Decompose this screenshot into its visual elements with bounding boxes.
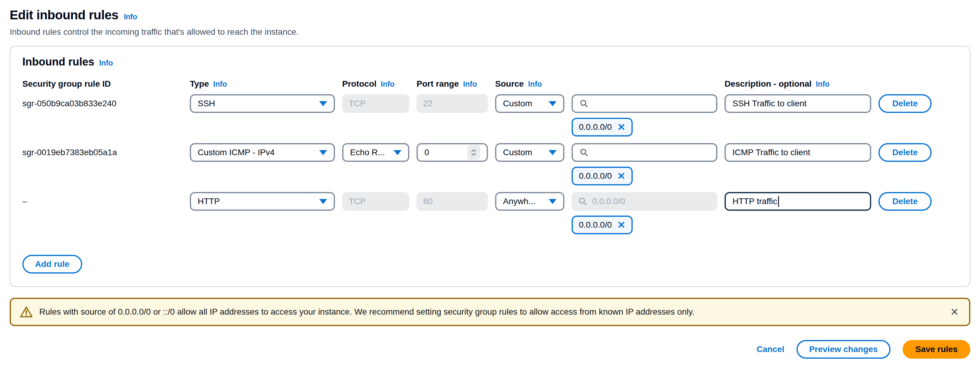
description-input[interactable] bbox=[725, 94, 871, 113]
panel-heading-info-link[interactable]: Info bbox=[99, 59, 113, 67]
chevron-down-icon bbox=[319, 101, 327, 106]
source-search-box[interactable] bbox=[572, 94, 718, 113]
warning-banner: Rules with source of 0.0.0.0/0 or ::/0 a… bbox=[10, 298, 970, 326]
col-header-description: Description - optional Info bbox=[725, 79, 871, 89]
chevron-down-icon bbox=[394, 150, 401, 155]
source-search-input[interactable] bbox=[593, 99, 710, 108]
number-stepper-control[interactable] bbox=[467, 145, 480, 160]
page-title: Edit inbound rules Info bbox=[10, 8, 970, 22]
page-title-info-link[interactable]: Info bbox=[124, 13, 137, 21]
delete-button[interactable]: Delete bbox=[878, 94, 932, 113]
port-range-stepper[interactable]: 0 bbox=[417, 143, 488, 162]
search-icon bbox=[579, 148, 589, 157]
protocol-field: TCP bbox=[342, 192, 409, 211]
port-range-field: 80 bbox=[417, 192, 488, 211]
rule-row-ssh: sgr-050b9ca03b833e240 SSH TCP 22 Custom bbox=[22, 94, 958, 136]
source-mode-select[interactable]: Anywh... bbox=[495, 192, 564, 211]
col-header-source: Source Info bbox=[495, 79, 564, 89]
chevron-down-icon bbox=[319, 199, 327, 204]
type-select[interactable]: SSH bbox=[190, 94, 335, 113]
close-icon[interactable]: ✕ bbox=[949, 305, 960, 318]
description-info-link[interactable]: Info bbox=[816, 80, 830, 89]
type-select[interactable]: Custom ICMP - IPv4 bbox=[190, 143, 335, 162]
remove-chip-icon[interactable]: ✕ bbox=[617, 171, 625, 181]
rule-id: – bbox=[22, 196, 183, 206]
delete-button[interactable]: Delete bbox=[878, 192, 932, 211]
panel-heading: Inbound rules Info bbox=[22, 55, 958, 68]
source-info-link[interactable]: Info bbox=[528, 80, 542, 89]
delete-button[interactable]: Delete bbox=[878, 143, 932, 162]
column-header-row: Security group rule ID Type Info Protoco… bbox=[22, 79, 958, 89]
add-rule-button[interactable]: Add rule bbox=[22, 255, 82, 274]
protocol-select[interactable]: Echo R... bbox=[342, 143, 409, 162]
edit-inbound-rules-page: Edit inbound rules Info Inbound rules co… bbox=[0, 0, 980, 359]
description-input-focused[interactable]: HTTP traffic bbox=[725, 192, 871, 211]
page-subtitle: Inbound rules control the incoming traff… bbox=[10, 27, 970, 37]
preview-changes-button[interactable]: Preview changes bbox=[797, 340, 891, 359]
warning-triangle-icon bbox=[20, 306, 33, 318]
rule-row-http: – HTTP TCP 80 Anywh... bbox=[22, 192, 958, 234]
stepper-chevrons-icon bbox=[470, 149, 477, 157]
cancel-button[interactable]: Cancel bbox=[757, 345, 784, 354]
panel-heading-text: Inbound rules bbox=[22, 55, 94, 68]
remove-chip-icon[interactable]: ✕ bbox=[617, 122, 625, 132]
protocol-field: TCP bbox=[342, 94, 409, 113]
protocol-info-link[interactable]: Info bbox=[381, 80, 395, 89]
rule-id: sgr-0019eb7383eb05a1a bbox=[22, 148, 183, 157]
type-select[interactable]: HTTP bbox=[190, 192, 335, 211]
source-cidr-chip: 0.0.0.0/0 ✕ bbox=[572, 215, 633, 234]
source-mode-select[interactable]: Custom bbox=[495, 143, 564, 162]
port-range-info-link[interactable]: Info bbox=[463, 80, 477, 89]
col-header-type: Type Info bbox=[190, 79, 335, 89]
save-rules-button[interactable]: Save rules bbox=[903, 340, 970, 359]
remove-chip-icon[interactable]: ✕ bbox=[617, 220, 625, 230]
warning-text: Rules with source of 0.0.0.0/0 or ::/0 a… bbox=[39, 307, 942, 317]
inbound-rules-panel: Inbound rules Info Security group rule I… bbox=[10, 46, 970, 287]
footer-actions: Cancel Preview changes Save rules bbox=[10, 340, 970, 359]
source-search-box-disabled bbox=[572, 192, 718, 211]
rule-id: sgr-050b9ca03b833e240 bbox=[22, 99, 183, 108]
chevron-down-icon bbox=[549, 150, 557, 155]
search-icon bbox=[578, 197, 587, 206]
col-header-protocol: Protocol Info bbox=[342, 79, 409, 89]
col-header-rule-id: Security group rule ID bbox=[22, 79, 183, 89]
text-cursor bbox=[778, 196, 779, 207]
description-input[interactable] bbox=[725, 143, 871, 162]
chevron-down-icon bbox=[319, 150, 327, 155]
search-icon bbox=[579, 99, 589, 108]
chevron-down-icon bbox=[549, 101, 557, 106]
chevron-down-icon bbox=[549, 199, 557, 204]
source-mode-select[interactable]: Custom bbox=[495, 94, 564, 113]
col-header-port-range: Port range Info bbox=[417, 79, 488, 89]
rule-row-icmp: sgr-0019eb7383eb05a1a Custom ICMP - IPv4… bbox=[22, 143, 958, 185]
source-search-box[interactable] bbox=[572, 143, 718, 162]
source-search-input[interactable] bbox=[593, 148, 710, 157]
source-search-input bbox=[592, 196, 711, 206]
source-cidr-chip: 0.0.0.0/0 ✕ bbox=[572, 167, 633, 185]
source-cidr-chip: 0.0.0.0/0 ✕ bbox=[572, 118, 633, 136]
port-range-field: 22 bbox=[417, 94, 488, 113]
page-title-text: Edit inbound rules bbox=[10, 8, 118, 22]
type-info-link[interactable]: Info bbox=[213, 80, 227, 89]
